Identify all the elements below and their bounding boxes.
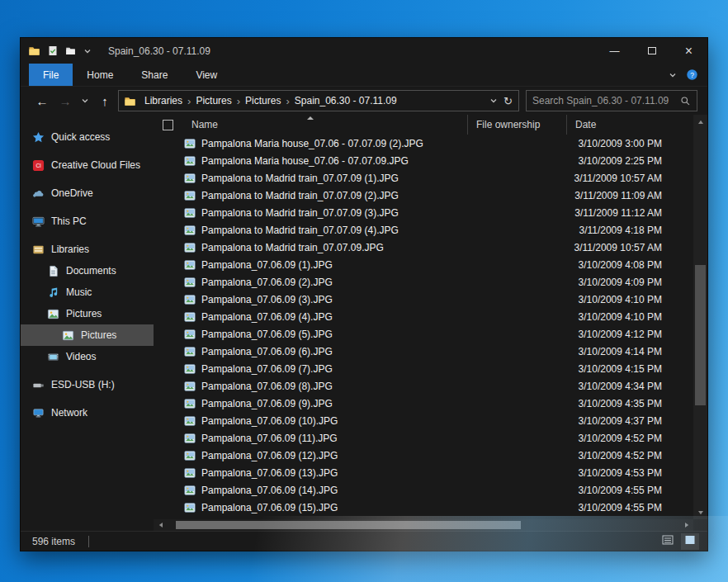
image-file-icon [184, 207, 196, 219]
tab-home[interactable]: Home [73, 64, 127, 86]
scroll-right-icon[interactable] [679, 519, 693, 531]
file-date: 3/10/2009 4:53 PM [566, 467, 693, 479]
sidebar-item-label: Pictures [66, 308, 102, 319]
file-row[interactable]: Pampalona to Madrid train_07.07.09 (3).J… [154, 204, 693, 221]
forward-button[interactable]: → [55, 90, 75, 111]
back-button[interactable]: ← [32, 90, 52, 111]
file-row[interactable]: Pampalona_07.06.09 (4).JPG3/10/2009 4:10… [154, 308, 693, 325]
horizontal-scroll-thumb[interactable] [176, 521, 521, 529]
file-row[interactable]: Pampalona_07.06.09 (8).JPG3/10/2009 4:34… [154, 377, 693, 395]
sidebar-item-network[interactable]: Network [21, 402, 154, 423]
sidebar-item-label: This PC [51, 215, 87, 227]
file-row[interactable]: Pampalona_07.06.09 (15).JPG3/10/2009 4:5… [154, 499, 693, 516]
file-name: Pampalona Maria house_07.06 - 07.07.09.J… [201, 155, 409, 167]
image-file-icon [184, 415, 196, 427]
search-icon[interactable] [680, 96, 691, 106]
ribbon-tab-list: HomeShareView [73, 64, 231, 86]
search-input[interactable] [532, 95, 680, 106]
file-row[interactable]: Pampalona_07.06.09 (11).JPG3/10/2009 4:5… [154, 429, 693, 447]
file-row[interactable]: Pampalona_07.06.09 (7).JPG3/10/2009 4:15… [154, 360, 693, 377]
help-icon[interactable]: ? [686, 69, 698, 81]
file-name-cell: Pampalona_07.06.09 (13).JPG [154, 467, 467, 479]
qat-properties-icon[interactable] [48, 45, 58, 56]
file-row[interactable]: Pampalona Maria house_07.06 - 07.07.09 (… [154, 135, 693, 152]
file-row[interactable]: Pampalona_07.06.09 (9).JPG3/10/2009 4:35… [154, 395, 693, 412]
address-bar[interactable]: Libraries›Pictures›Pictures›Spain_06.30 … [118, 90, 519, 111]
search-box[interactable] [526, 90, 697, 111]
onedrive-icon [32, 187, 45, 200]
scroll-up-icon[interactable] [693, 115, 707, 129]
breadcrumb-item-pictures[interactable]: Pictures [240, 95, 286, 106]
file-name-cell: Pampalona_07.06.09 (9).JPG [154, 398, 467, 409]
minimize-button[interactable]: — [596, 38, 633, 64]
sidebar-item-this-pc[interactable]: This PC [21, 211, 154, 232]
file-row[interactable]: Pampalona_07.06.09 (2).JPG3/10/2009 4:09… [154, 273, 693, 291]
forward-icon: → [59, 94, 72, 108]
sort-ascending-icon [307, 116, 314, 120]
window-controls: — × [596, 38, 707, 64]
sidebar-item-onedrive[interactable]: OneDrive [21, 182, 154, 204]
qat-customize-chevron-icon[interactable] [83, 47, 92, 55]
image-file-icon [184, 277, 196, 288]
scroll-down-icon[interactable] [693, 505, 707, 519]
large-icons-view-icon [684, 534, 696, 548]
maximize-button[interactable] [633, 38, 670, 64]
horizontal-scroll-track[interactable] [168, 519, 679, 531]
address-folder-icon [124, 95, 136, 107]
file-row[interactable]: Pampalona_07.06.09 (14).JPG3/10/2009 4:5… [154, 481, 693, 499]
sidebar-item-libraries[interactable]: Libraries [21, 239, 154, 260]
file-row[interactable]: Pampalona_07.06.09 (13).JPG3/10/2009 4:5… [154, 464, 693, 481]
column-header-label: Name [191, 119, 218, 130]
column-header-date[interactable]: Date [566, 115, 693, 135]
sidebar-item-documents[interactable]: Documents [21, 260, 154, 282]
sidebar-item-pictures[interactable]: Pictures [21, 324, 154, 346]
vertical-scroll-track[interactable] [693, 129, 707, 505]
select-all-checkbox[interactable] [163, 120, 173, 130]
file-row[interactable]: Pampalona_07.06.09 (1).JPG3/10/2009 4:08… [154, 256, 693, 273]
breadcrumb-item-libraries[interactable]: Libraries [139, 95, 187, 106]
large-icons-view-button[interactable] [681, 533, 699, 550]
sidebar-item-quick-access[interactable]: Quick access [21, 126, 154, 148]
pictures-icon [62, 329, 74, 342]
scroll-left-icon[interactable] [154, 519, 168, 531]
up-button[interactable]: ↑ [95, 90, 115, 111]
address-dropdown-chevron-icon[interactable] [489, 97, 498, 105]
sidebar-item-videos[interactable]: Videos [21, 346, 154, 367]
qat-new-folder-icon[interactable] [65, 45, 76, 56]
file-row[interactable]: Pampalona_07.06.09 (5).JPG3/10/2009 4:12… [154, 325, 693, 343]
file-row[interactable]: Pampalona_07.06.09 (6).JPG3/10/2009 4:14… [154, 343, 693, 360]
horizontal-scrollbar[interactable] [154, 519, 693, 531]
tab-view[interactable]: View [182, 64, 231, 86]
file-row[interactable]: Pampalona to Madrid train_07.07.09 (2).J… [154, 187, 693, 204]
vertical-scroll-thumb[interactable] [695, 265, 706, 405]
file-row[interactable]: Pampalona_07.06.09 (12).JPG3/10/2009 4:5… [154, 447, 693, 464]
file-name-cell: Pampalona Maria house_07.06 - 07.07.09.J… [154, 155, 467, 167]
file-row[interactable]: Pampalona to Madrid train_07.07.09 (1).J… [154, 169, 693, 187]
tab-file[interactable]: File [29, 64, 73, 86]
vertical-scrollbar[interactable] [693, 115, 707, 519]
breadcrumb-item-spain-06-30-07-11-09[interactable]: Spain_06.30 - 07.11.09 [290, 95, 402, 106]
details-view-button[interactable] [659, 533, 677, 550]
file-name-cell: Pampalona_07.06.09 (15).JPG [154, 502, 467, 513]
expand-ribbon-chevron-icon[interactable] [669, 71, 677, 79]
refresh-icon[interactable]: ↻ [503, 96, 513, 106]
file-date: 3/10/2009 4:55 PM [566, 502, 693, 513]
sidebar-item-esd-usb-h[interactable]: ESD-USB (H:) [21, 374, 154, 395]
file-row[interactable]: Pampalona_07.06.09 (3).JPG3/10/2009 4:10… [154, 291, 693, 308]
sidebar-item-music[interactable]: Music [21, 282, 154, 303]
column-header-file-ownership[interactable]: File ownership [467, 115, 566, 135]
file-row[interactable]: Pampalona to Madrid train_07.07.09 (4).J… [154, 221, 693, 239]
music-icon [47, 286, 59, 299]
close-button[interactable]: × [670, 38, 707, 64]
tab-share[interactable]: Share [127, 64, 182, 86]
breadcrumb-item-pictures[interactable]: Pictures [191, 95, 236, 106]
file-row[interactable]: Pampalona_07.06.09 (10).JPG3/10/2009 4:3… [154, 412, 693, 429]
recent-locations-button[interactable] [78, 90, 92, 111]
file-row[interactable]: Pampalona Maria house_07.06 - 07.07.09.J… [154, 152, 693, 169]
file-name: Pampalona_07.06.09 (14).JPG [201, 485, 338, 496]
image-file-icon [184, 346, 196, 357]
sidebar-item-creative-cloud-files[interactable]: ClCreative Cloud Files [21, 154, 154, 176]
file-name-cell: Pampalona to Madrid train_07.07.09 (1).J… [154, 173, 467, 184]
sidebar-item-pictures[interactable]: Pictures [21, 303, 154, 324]
file-row[interactable]: Pampalona to Madrid train_07.07.09.JPG3/… [154, 239, 693, 256]
